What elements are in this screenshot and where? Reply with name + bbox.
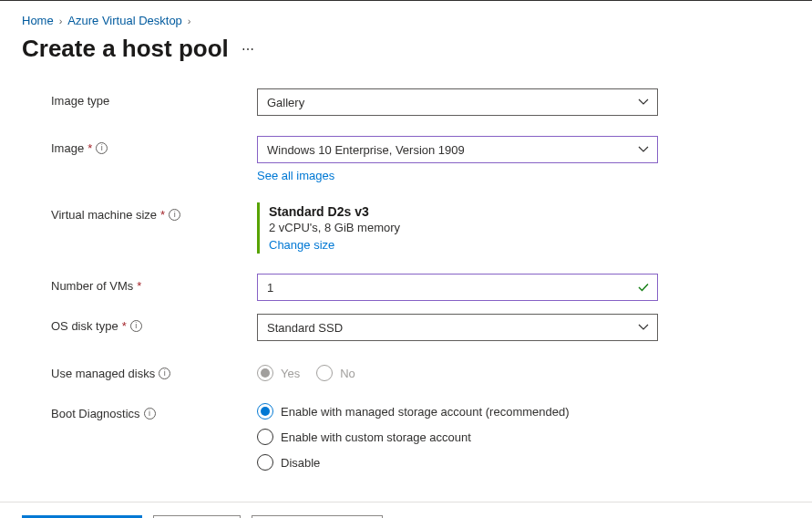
chevron-down-icon [637,143,650,156]
more-icon[interactable]: ⋯ [242,42,255,57]
managed-disks-no-radio: No [316,365,355,381]
label-num-vms: Number of VMs * [51,274,257,293]
breadcrumb: Home › Azure Virtual Desktop › [0,10,812,35]
radio-label: Enable with managed storage account (rec… [281,405,570,419]
radio-label: Enable with custom storage account [281,430,471,444]
label-os-disk: OS disk type * i [51,314,257,333]
image-value: Windows 10 Enterprise, Version 1909 [267,143,465,157]
info-icon[interactable]: i [169,209,180,221]
change-size-link[interactable]: Change size [269,238,334,252]
radio-label: Disable [281,456,320,470]
vm-size-specs: 2 vCPU's, 8 GiB memory [269,221,658,234]
radio-label: No [340,367,355,380]
footer: Review + create < Previous Next: Workspa… [0,502,812,518]
os-disk-value: Standard SSD [267,321,343,335]
boot-diag-custom-radio[interactable]: Enable with custom storage account [257,429,658,445]
os-disk-select[interactable]: Standard SSD [257,314,658,341]
breadcrumb-home[interactable]: Home [22,14,54,27]
boot-diag-managed-radio[interactable]: Enable with managed storage account (rec… [257,403,658,420]
label-vm-size: Virtual machine size * i [51,202,257,222]
vm-size-card: Standard D2s v3 2 vCPU's, 8 GiB memory C… [257,202,658,254]
label-image-type: Image type [51,88,257,108]
label-boot-diag: Boot Diagnostics i [51,401,257,420]
breadcrumb-avd[interactable]: Azure Virtual Desktop [67,14,182,27]
image-type-value: Gallery [267,96,304,109]
page-title: Create a host pool [22,35,229,63]
info-icon[interactable]: i [159,368,170,379]
info-icon[interactable]: i [144,408,156,420]
num-vms-input[interactable]: 1 [257,274,658,301]
label-managed-disks: Use managed disks i [51,361,257,380]
num-vms-value: 1 [267,281,273,295]
managed-disks-yes-radio: Yes [257,365,300,381]
vm-size-name: Standard D2s v3 [269,204,658,219]
label-image: Image * i [51,136,257,155]
chevron-down-icon [637,96,650,109]
image-type-select[interactable]: Gallery [257,88,658,116]
chevron-right-icon: › [188,16,191,26]
info-icon[interactable]: i [130,320,142,332]
checkmark-icon [637,281,650,294]
chevron-right-icon: › [59,16,63,26]
chevron-down-icon [637,321,650,334]
image-select[interactable]: Windows 10 Enterprise, Version 1909 [257,136,658,163]
boot-diag-disable-radio[interactable]: Disable [257,454,658,471]
radio-label: Yes [281,367,300,380]
see-all-images-link[interactable]: See all images [257,169,334,182]
info-icon[interactable]: i [96,142,108,154]
